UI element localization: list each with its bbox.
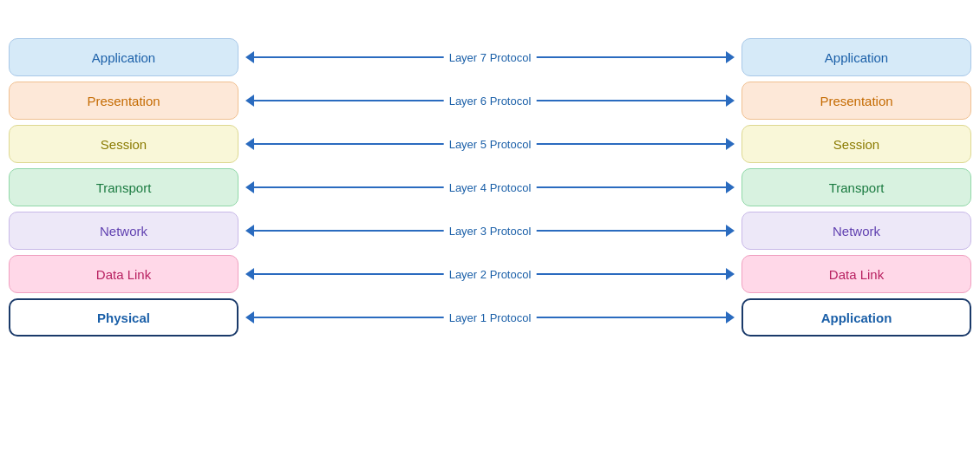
protocol-row-5: Layer 3 Protocol bbox=[245, 212, 735, 250]
protocol-row-3: Layer 5 Protocol bbox=[245, 125, 735, 163]
protocol-label-5: Layer 3 Protocol bbox=[444, 225, 537, 238]
protocol-label-1: Layer 7 Protocol bbox=[444, 51, 537, 64]
protocol-row-7: Layer 1 Protocol bbox=[245, 298, 735, 337]
protocol-row-1: Layer 7 Protocol bbox=[245, 38, 735, 76]
protocol-row-4: Layer 4 Protocol bbox=[245, 168, 735, 206]
arrow-left-7 bbox=[245, 311, 254, 323]
protocol-label-3: Layer 5 Protocol bbox=[444, 138, 537, 151]
arrow-right-2 bbox=[726, 95, 735, 107]
left-layer-session: Session bbox=[9, 125, 238, 163]
arrow-left-5 bbox=[245, 225, 254, 237]
right-column: ApplicationPresentationSessionTransportN… bbox=[742, 38, 971, 337]
right-layer-6: Application bbox=[742, 298, 971, 337]
arrow-left-4 bbox=[245, 181, 254, 193]
right-layer-1: Presentation bbox=[742, 82, 971, 120]
right-layer-0: Application bbox=[742, 38, 971, 76]
arrow-right-1 bbox=[726, 51, 735, 63]
middle-column: Layer 7 ProtocolLayer 6 ProtocolLayer 5 … bbox=[238, 38, 742, 337]
protocol-label-6: Layer 2 Protocol bbox=[444, 268, 537, 281]
protocol-row-2: Layer 6 Protocol bbox=[245, 82, 735, 120]
left-layer-presentation: Presentation bbox=[9, 82, 238, 120]
arrow-right-7 bbox=[726, 311, 735, 323]
protocol-label-7: Layer 1 Protocol bbox=[444, 311, 537, 324]
arrow-left-1 bbox=[245, 51, 254, 63]
right-layer-5: Data Link bbox=[742, 255, 971, 293]
arrow-right-6 bbox=[726, 268, 735, 280]
arrow-right-4 bbox=[726, 181, 735, 193]
left-layer-application: Application bbox=[9, 38, 238, 76]
arrow-left-2 bbox=[245, 95, 254, 107]
arrow-right-3 bbox=[726, 138, 735, 150]
arrow-right-5 bbox=[726, 225, 735, 237]
osi-diagram: ApplicationPresentationSessionTransportN… bbox=[9, 38, 971, 337]
protocol-label-2: Layer 6 Protocol bbox=[444, 95, 537, 108]
right-layer-3: Transport bbox=[742, 168, 971, 206]
arrow-left-6 bbox=[245, 268, 254, 280]
arrow-left-3 bbox=[245, 138, 254, 150]
protocol-label-4: Layer 4 Protocol bbox=[444, 181, 537, 194]
left-layer-network: Network bbox=[9, 212, 238, 250]
protocol-row-6: Layer 2 Protocol bbox=[245, 255, 735, 293]
left-layer-physical: Physical bbox=[9, 298, 238, 337]
right-layer-4: Network bbox=[742, 212, 971, 250]
left-layer-datalink: Data Link bbox=[9, 255, 238, 293]
left-column: ApplicationPresentationSessionTransportN… bbox=[9, 38, 238, 337]
left-layer-transport: Transport bbox=[9, 168, 238, 206]
right-layer-2: Session bbox=[742, 125, 971, 163]
